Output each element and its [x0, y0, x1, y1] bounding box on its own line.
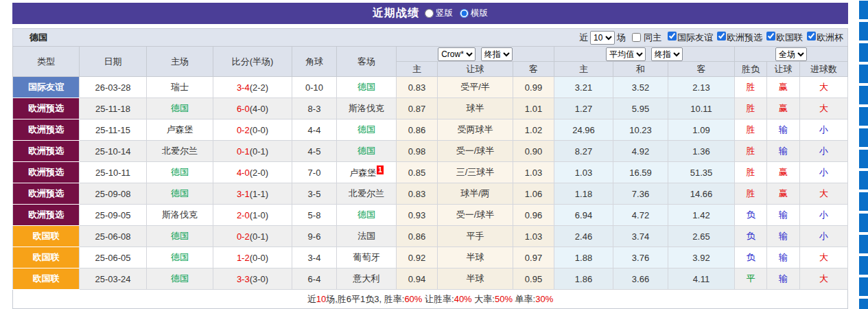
league-checkbox-0[interactable]: [668, 32, 677, 41]
main-panel: 近期战绩 竖版 横版 德国 近 10 场 同主 国际友谊欧洲预选欧国联欧洲杯: [12, 3, 848, 309]
filter-controls: 近 10 场 同主 国际友谊欧洲预选欧国联欧洲杯: [579, 31, 847, 45]
sub-col-header-7: 让球: [767, 62, 800, 77]
home-team-name: 北爱尔兰: [162, 146, 198, 156]
corner-cell: 7-0: [292, 162, 337, 183]
home-team-name: 卢森堡: [167, 124, 193, 135]
radio-horizontal-label: 横版: [471, 8, 488, 19]
date-cell: 25-09-05: [80, 205, 147, 226]
home-team-cell: 瑞士: [147, 77, 213, 98]
average-odds-group: 平均值 终指: [554, 47, 735, 62]
result-winloss-cell: 胜: [735, 162, 767, 183]
radio-vertical-layout[interactable]: 竖版: [425, 8, 453, 19]
result-goals-cell: 大: [800, 77, 848, 98]
match-type-cell: 欧国联: [13, 268, 80, 290]
fulltime-score: 1-2: [237, 253, 250, 263]
avg-home-cell: 1.88: [554, 247, 613, 268]
away-team-name: 德国: [357, 124, 375, 135]
score-cell: 4-0(2-0): [213, 162, 292, 183]
date-cell: 25-11-18: [80, 98, 147, 119]
odds-home-cell: 0.86: [397, 226, 438, 247]
league-checkbox-1[interactable]: [717, 32, 726, 41]
summary-segment-1: 10: [316, 294, 326, 304]
table-row: 欧国联25-06-05德国1-2(0-0)3-4葡萄牙0.92半球0.971.8…: [13, 247, 848, 268]
fulltime-score: 3-1: [237, 189, 250, 199]
final-odds-select-1[interactable]: 终指: [481, 47, 513, 61]
radio-vertical-input[interactable]: [425, 9, 434, 18]
table-row: 国际友谊26-03-28瑞士3-4(2-2)0-10德国0.83受平/半0.99…: [13, 77, 848, 98]
side-strip-block[interactable]: [859, 107, 868, 126]
side-strip-block[interactable]: [859, 192, 868, 211]
league-label-0: 国际友谊: [677, 32, 713, 43]
side-strip-block[interactable]: [859, 22, 868, 41]
table-row: 欧国联25-03-24德国3-3(3-0)6-4意大利0.94半球0.951.8…: [13, 268, 848, 290]
side-strip-block[interactable]: [859, 277, 868, 296]
sub-col-header-0: 主: [397, 62, 438, 77]
odds-handicap-cell: 受平/半: [438, 77, 513, 98]
side-strip-block[interactable]: [859, 171, 868, 190]
side-strip-block[interactable]: [859, 86, 868, 104]
average-select[interactable]: 平均值: [606, 47, 646, 61]
side-strip-block[interactable]: [859, 235, 868, 253]
result-goals-cell: 小: [800, 162, 848, 183]
avg-home-cell: 1.86: [554, 268, 613, 290]
radio-horizontal-input[interactable]: [460, 9, 469, 18]
result-handicap-cell: 输: [767, 119, 800, 141]
avg-home-cell: 24.96: [554, 119, 613, 141]
avg-draw-cell: 4.92: [613, 141, 668, 162]
date-cell: 25-10-11: [80, 162, 147, 183]
fulltime-score: 3-4: [237, 82, 250, 93]
score-cell: 6-0(4-0): [213, 98, 292, 119]
home-team-cell: 北爱尔兰: [147, 141, 213, 162]
side-strip-block[interactable]: [859, 128, 868, 147]
side-strip-block[interactable]: [859, 43, 868, 62]
avg-away-cell: 10.11: [668, 98, 735, 119]
side-strip-block[interactable]: [859, 1, 868, 19]
side-strip-block[interactable]: [859, 214, 868, 232]
odds-home-cell: 0.86: [397, 119, 438, 141]
table-body: 国际友谊26-03-28瑞士3-4(2-2)0-10德国0.83受平/半0.99…: [13, 77, 848, 290]
home-team-name: 瑞士: [171, 82, 189, 92]
bookmaker-select[interactable]: Crow*: [438, 47, 476, 61]
halftime-score: (2-0): [250, 168, 268, 178]
score-cell: 3-4(2-2): [213, 77, 292, 98]
col-header-date: 日期: [80, 47, 147, 77]
league-checkbox-2[interactable]: [766, 32, 775, 41]
odds-away-cell: 1.02: [513, 119, 554, 141]
fulltime-score: 0-2: [237, 125, 250, 135]
side-strip-block[interactable]: [859, 65, 868, 83]
away-team-cell: 德国: [337, 119, 397, 141]
avg-away-cell: 2.13: [668, 77, 735, 98]
score-cell: 2-0(1-0): [213, 205, 292, 226]
radio-horizontal-layout[interactable]: 横版: [460, 8, 488, 19]
avg-home-cell: 3.21: [554, 77, 613, 98]
side-strip-block[interactable]: [859, 256, 868, 275]
corner-cell: 9-6: [292, 226, 337, 247]
final-odds-select-2[interactable]: 终指: [651, 47, 683, 61]
result-handicap-cell: 输: [767, 226, 800, 247]
same-home-checkbox[interactable]: [632, 33, 641, 42]
date-cell: 25-09-08: [80, 183, 147, 205]
corner-cell: 4-5: [292, 141, 337, 162]
date-cell: 25-06-08: [80, 226, 147, 247]
scope-select[interactable]: 全场: [775, 47, 807, 61]
sub-col-header-4: 和: [613, 62, 668, 77]
result-handicap-cell: 输: [767, 205, 800, 226]
avg-away-cell: 51.35: [668, 162, 735, 183]
odds-handicap-cell: 球半/两: [438, 183, 513, 205]
avg-away-cell: 14.66: [668, 183, 735, 205]
result-winloss-cell: 平: [735, 268, 767, 290]
fulltime-score: 6-0: [237, 104, 250, 114]
table-row: 欧洲预选25-11-18德国6-0(4-0)8-3斯洛伐克0.87球半1.011…: [13, 98, 848, 119]
result-handicap-cell: 赢: [767, 183, 800, 205]
league-checkbox-3[interactable]: [807, 32, 816, 41]
side-strip-block[interactable]: [859, 150, 868, 168]
match-type-cell: 欧洲预选: [13, 162, 80, 183]
odds-away-cell: 1.03: [513, 162, 554, 183]
date-cell: 26-03-28: [80, 77, 147, 98]
side-strip-block[interactable]: [859, 299, 868, 309]
home-team-name: 德国: [171, 103, 189, 113]
match-count-select[interactable]: 10: [590, 31, 615, 45]
odds-handicap-cell: 受一/球半: [438, 141, 513, 162]
avg-away-cell: 1.42: [668, 205, 735, 226]
match-type-cell: 欧洲预选: [13, 119, 80, 141]
